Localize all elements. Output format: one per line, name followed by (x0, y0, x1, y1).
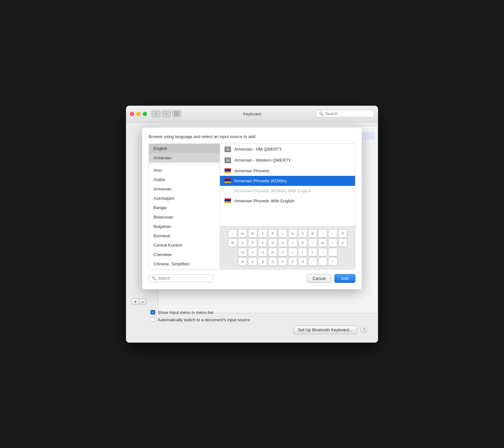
arm-letter-icon-1: Ա (225, 146, 231, 152)
add-keyboard-button[interactable]: + (131, 298, 139, 305)
kbd-key: – (318, 248, 327, 256)
lang-item-bulgarian[interactable]: Bulgarian (149, 222, 220, 231)
lang-item-arabic[interactable]: Arabic (149, 175, 220, 184)
main-window: ‹ › Keyboard 🔍 Armenian (126, 106, 378, 343)
kbd-row-2: փ ո հ ե մ ռ լ հ – փ – 2 (223, 239, 352, 247)
input-label-phonetic: Armenian Phonetic (234, 168, 270, 173)
kbd-key: լ (288, 248, 297, 256)
minimize-button[interactable] (136, 112, 141, 116)
input-label-phonetic-kdwin: Armenian Phonetic (KDWin) (234, 178, 287, 183)
lang-item-ainu[interactable]: Ainu (149, 165, 220, 175)
dialog-search-container[interactable]: 🔍 (149, 274, 213, 282)
dialog-bottom: 🔍 Cancel Add (149, 274, 355, 283)
kbd-key: – (328, 229, 337, 238)
kbd-key: – (308, 239, 317, 247)
lang-item-armenian-top[interactable]: Armenian (149, 153, 220, 163)
lang-item-armenian[interactable]: Armenian (149, 184, 220, 194)
input-item-western-qwerty[interactable]: Ա Armenian - Western QWERTY (220, 155, 355, 166)
show-input-menu-label: Show Input menu in menu bar (158, 310, 214, 315)
kbd-key: ծ (268, 229, 277, 238)
search-icon: 🔍 (319, 112, 324, 116)
input-item-phonetic-english[interactable]: Armenian Phonetic With English (220, 196, 355, 206)
help-button[interactable]: ? (361, 326, 368, 333)
kbd-key: տ (238, 229, 247, 238)
kbd-key: փ (308, 229, 317, 238)
kbd-key: Լ (308, 248, 317, 256)
lang-item-central-kurdish[interactable]: Central Kurdish (149, 240, 220, 250)
kbd-key: փ (318, 239, 327, 247)
window-content: Armenian A English Armenian Browse using… (126, 123, 378, 343)
show-input-menu-checkbox[interactable]: ✓ (151, 310, 155, 315)
dialog-buttons: Cancel Add (307, 274, 355, 283)
input-item-phonetic-kdwin[interactable]: Armenian Phonetic (KDWin) (220, 176, 355, 186)
back-button[interactable]: ‹ (152, 110, 161, 117)
input-label-phonetic-kdwin-english: Armenian Phonetic (KDWin) With English (234, 188, 311, 193)
search-bar[interactable]: 🔍 (316, 110, 374, 117)
kbd-row-1: ~ տ փ ձ ծ ւ կ ն փ – – ծ (223, 229, 352, 238)
kbd-key: ղ (258, 248, 267, 256)
bluetooth-keyboard-button[interactable]: Set Up Bluetooth Keyboard... (293, 325, 357, 334)
language-list[interactable]: English Armenian Ainu Arabic Armenian Az… (149, 144, 220, 269)
input-label-western-qwerty: Armenian - Western QWERTY (234, 158, 291, 163)
lang-item-belarusian[interactable]: Belarusian (149, 212, 220, 222)
kbd-key: ղ (248, 257, 257, 266)
kbd-key: ց (258, 257, 267, 266)
kbd-key: լ (288, 239, 297, 247)
nav-buttons: ‹ › (152, 110, 171, 117)
input-item-hm-qwerty[interactable]: Ա Armenian - HM QWERTY (220, 144, 355, 155)
traffic-lights (130, 112, 147, 116)
kbd-key: – (328, 239, 337, 247)
show-input-menu-row[interactable]: ✓ Show Input menu in menu bar (151, 310, 373, 315)
kbd-key: փ (268, 248, 277, 256)
input-label-phonetic-english: Armenian Phonetic With English (234, 198, 294, 203)
kbd-key: ս (248, 248, 257, 256)
kbd-key: ծ (338, 229, 347, 238)
lang-item-burmese[interactable]: Burmese (149, 231, 220, 240)
input-item-phonetic[interactable]: Armenian Phonetic (220, 166, 355, 176)
auto-switch-row[interactable]: Automatically switch to a document's inp… (151, 317, 373, 322)
kbd-key: ~ (228, 229, 237, 238)
kbd-key: – (318, 229, 327, 238)
dialog-search-input[interactable] (158, 276, 210, 281)
kbd-key: հ (298, 239, 307, 247)
kbd-key: փ (248, 229, 257, 238)
input-item-phonetic-kdwin-english[interactable]: Armenian Phonetic (KDWin) With English (220, 186, 355, 196)
grid-button[interactable] (172, 110, 181, 117)
arm-letter-icon-2: Ա (225, 157, 231, 163)
input-sources-scroll[interactable]: Ա Armenian - HM QWERTY Ա Armenian - West… (220, 144, 355, 227)
input-source-list: Ա Armenian - HM QWERTY Ա Armenian - West… (220, 144, 355, 269)
maximize-button[interactable] (143, 112, 147, 116)
close-button[interactable] (130, 112, 134, 116)
auto-switch-checkbox[interactable] (151, 317, 155, 322)
window-title: Keyboard (243, 112, 261, 116)
cancel-button[interactable]: Cancel (307, 274, 331, 283)
kbd-key: բ (278, 257, 287, 266)
kbd-row-3: ա ս ղ փ ր լ չ Լ – ' (223, 248, 352, 256)
kbd-key: ք (238, 257, 247, 266)
lang-item-chinese-simplified[interactable]: Chinese, Simplified (149, 259, 220, 269)
kbd-key: / (328, 257, 337, 266)
lang-item-azerbaijani[interactable]: Azerbaijani (149, 194, 220, 203)
kbd-key: ռ (278, 239, 287, 247)
forward-button[interactable]: › (162, 110, 171, 117)
lang-separator (149, 164, 220, 164)
kbd-key: ն (298, 229, 307, 238)
title-bar: ‹ › Keyboard 🔍 (126, 106, 378, 123)
search-input[interactable] (325, 112, 371, 116)
kbd-key: ա (238, 248, 247, 256)
kbd-key: ր (278, 248, 287, 256)
kbd-key: հ (248, 239, 257, 247)
lang-item-english[interactable]: English (149, 144, 220, 153)
kbd-key: ե (258, 239, 267, 247)
lang-item-bangla[interactable]: Bangla (149, 203, 220, 212)
kbd-key: փ (228, 239, 237, 247)
remove-keyboard-button[interactable]: – (139, 298, 147, 305)
dialog-search-icon: 🔍 (152, 276, 156, 281)
kbd-key: վ (298, 257, 307, 266)
lang-item-cherokee[interactable]: Cherokee (149, 250, 220, 259)
input-label-hm-qwerty: Armenian - HM QWERTY (234, 147, 282, 152)
kbd-key: ն (288, 257, 297, 266)
kbd-key: չ (298, 248, 307, 256)
kbd-key: , (308, 257, 317, 266)
add-button[interactable]: Add (334, 274, 355, 283)
